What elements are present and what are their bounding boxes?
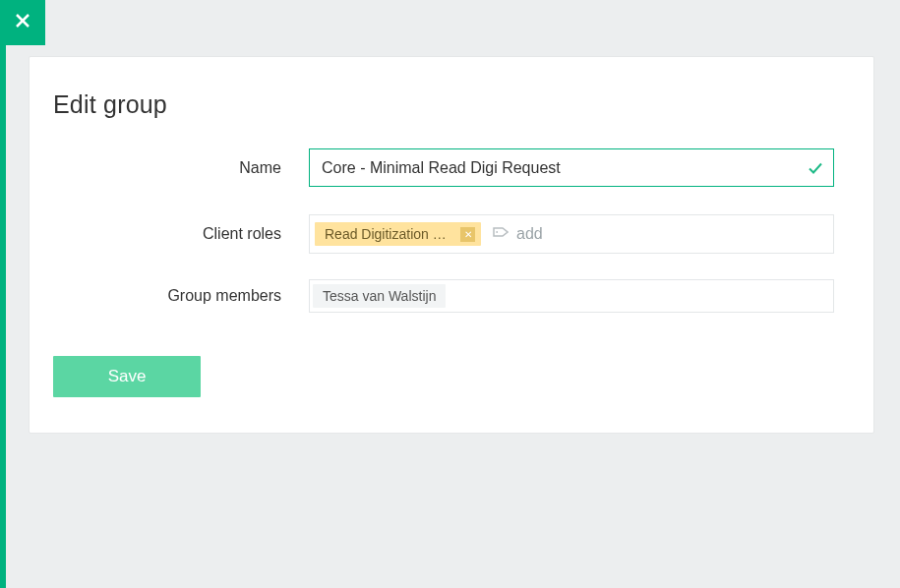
label-name: Name bbox=[53, 159, 309, 177]
member-chip: Tessa van Walstijn bbox=[313, 284, 446, 308]
save-button[interactable]: Save bbox=[53, 356, 201, 397]
tag-icon bbox=[493, 225, 509, 243]
name-input[interactable] bbox=[309, 148, 834, 187]
role-tag: Read Digitization R… ✕ bbox=[315, 222, 481, 246]
svg-point-2 bbox=[496, 231, 498, 233]
edit-group-panel: Edit group Name Client roles Read Digiti… bbox=[29, 56, 874, 434]
x-icon: ✕ bbox=[464, 229, 472, 240]
member-name: Tessa van Walstijn bbox=[323, 288, 436, 304]
group-members-field: Tessa van Walstijn bbox=[309, 279, 834, 313]
check-icon bbox=[807, 159, 824, 177]
group-members-box[interactable]: Tessa van Walstijn bbox=[309, 279, 834, 313]
label-group-members: Group members bbox=[53, 287, 309, 305]
add-role-placeholder: add bbox=[516, 225, 543, 243]
row-name: Name bbox=[53, 148, 834, 187]
label-client-roles: Client roles bbox=[53, 225, 309, 243]
client-roles-tagbox[interactable]: Read Digitization R… ✕ add bbox=[309, 214, 834, 254]
side-accent-bar bbox=[0, 0, 6, 588]
client-roles-field: Read Digitization R… ✕ add bbox=[309, 214, 834, 254]
row-client-roles: Client roles Read Digitization R… ✕ add bbox=[53, 214, 834, 254]
row-group-members: Group members Tessa van Walstijn bbox=[53, 279, 834, 313]
role-tag-label: Read Digitization R… bbox=[325, 226, 452, 242]
tag-remove-button[interactable]: ✕ bbox=[460, 227, 475, 242]
close-icon bbox=[13, 11, 32, 34]
page-title: Edit group bbox=[53, 90, 834, 119]
close-button[interactable] bbox=[0, 0, 45, 45]
name-field-wrap bbox=[309, 148, 834, 187]
add-role-control[interactable]: add bbox=[487, 225, 543, 243]
